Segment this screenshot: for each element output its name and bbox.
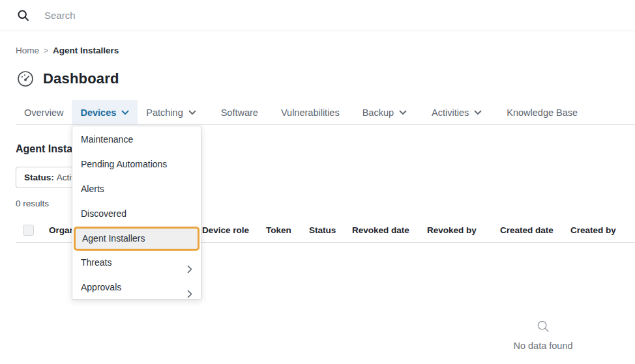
- search-icon[interactable]: [16, 8, 30, 22]
- tab-label: Vulnerabilities: [281, 107, 340, 118]
- menu-item-agent-installers[interactable]: Agent Installers: [74, 227, 199, 251]
- top-search-bar: Search: [0, 0, 635, 31]
- empty-state: No data found: [484, 319, 602, 351]
- tab-label: Software: [221, 107, 258, 118]
- chevron-down-icon: [121, 110, 129, 115]
- chevron-down-icon: [188, 110, 196, 115]
- tab-label: Activities: [432, 107, 469, 118]
- menu-item-label: Threats: [81, 257, 111, 268]
- tab-label: Patching: [146, 107, 183, 118]
- tab-software[interactable]: Software: [213, 100, 267, 124]
- devices-dropdown-menu: Maintenance Pending Automations Alerts D…: [72, 126, 201, 300]
- results-count: 0 results: [16, 199, 49, 208]
- select-all-checkbox[interactable]: [23, 225, 34, 236]
- breadcrumb: Home > Agent Installers: [16, 46, 119, 55]
- menu-item-label: Alerts: [81, 184, 104, 194]
- column-status[interactable]: Status: [309, 225, 336, 235]
- menu-item-approvals[interactable]: Approvals: [72, 275, 201, 300]
- tab-label: Knowledge Base: [507, 107, 578, 118]
- tab-vulnerabilities[interactable]: Vulnerabilities: [273, 100, 348, 124]
- tab-patching[interactable]: Patching: [138, 100, 204, 124]
- menu-item-discovered[interactable]: Discovered: [72, 202, 201, 227]
- chevron-down-icon: [474, 110, 482, 115]
- breadcrumb-home-link[interactable]: Home: [16, 46, 39, 55]
- tab-knowledge-base[interactable]: Knowledge Base: [498, 100, 586, 124]
- tab-label: Devices: [80, 107, 116, 118]
- chevron-down-icon: [399, 110, 407, 115]
- breadcrumb-current: Agent Installers: [53, 46, 119, 55]
- column-created-date[interactable]: Created date: [500, 225, 554, 235]
- column-revoked-by[interactable]: Revoked by: [427, 225, 477, 235]
- dashboard-gauge-icon: [17, 70, 34, 87]
- column-created-by[interactable]: Created by: [570, 225, 616, 235]
- empty-state-message: No data found: [513, 341, 572, 351]
- app-screen: Search Home > Agent Installers Dashboard…: [0, 0, 635, 364]
- tabs-divider: [16, 124, 635, 125]
- menu-item-alerts[interactable]: Alerts: [72, 177, 201, 202]
- tab-backup[interactable]: Backup: [354, 100, 415, 124]
- column-device-role[interactable]: Device role: [202, 225, 249, 235]
- breadcrumb-separator: >: [44, 46, 48, 55]
- tab-bar: Overview Devices Patching Software Vulne…: [16, 100, 635, 124]
- tab-label: Backup: [362, 107, 394, 118]
- menu-item-pending-automations[interactable]: Pending Automations: [72, 152, 201, 177]
- tab-devices[interactable]: Devices: [72, 100, 138, 124]
- menu-item-label: Maintenance: [81, 134, 133, 145]
- menu-item-label: Agent Installers: [82, 233, 145, 244]
- menu-item-label: Pending Automations: [81, 159, 167, 169]
- tab-activities[interactable]: Activities: [423, 100, 490, 124]
- filter-label: Status:: [24, 173, 54, 182]
- chevron-right-icon: [187, 283, 192, 307]
- menu-item-maintenance[interactable]: Maintenance: [72, 128, 201, 152]
- tab-label: Overview: [24, 107, 63, 118]
- page-title: Dashboard: [43, 70, 119, 87]
- menu-item-threats[interactable]: Threats: [72, 251, 201, 275]
- search-input[interactable]: Search: [44, 10, 76, 21]
- tab-overview[interactable]: Overview: [16, 100, 72, 124]
- menu-item-label: Discovered: [81, 208, 126, 219]
- page-title-row: Dashboard: [17, 70, 119, 87]
- no-data-search-icon: [536, 319, 550, 336]
- column-token[interactable]: Token: [266, 225, 291, 235]
- menu-item-label: Approvals: [81, 282, 121, 292]
- column-revoked-date[interactable]: Revoked date: [352, 225, 409, 235]
